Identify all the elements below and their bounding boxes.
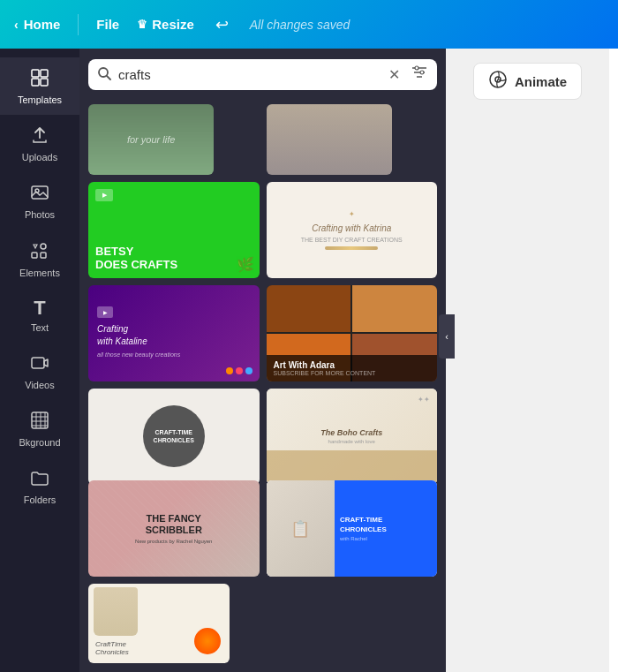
card-overlay: Art With Adara SUBSCRIBE FOR MORE CONTEN… xyxy=(267,355,438,381)
animate-button[interactable]: Animate xyxy=(473,63,582,100)
card-text-container: The Boho Crafts handmade with love xyxy=(320,428,382,444)
svg-point-22 xyxy=(415,66,418,70)
topbar: ‹ Home File ♛ Resize ↩ All changes saved xyxy=(0,0,618,49)
home-button[interactable]: ‹ Home xyxy=(14,17,60,32)
sidebar-item-elements[interactable]: Elements xyxy=(0,230,79,288)
resize-label: Resize xyxy=(152,17,194,32)
videos-icon xyxy=(30,353,49,375)
elements-icon xyxy=(29,241,50,263)
card-decoration-bar xyxy=(325,246,378,250)
decoration: ✦✦ xyxy=(418,396,430,404)
sidebar-item-templates[interactable]: Templates xyxy=(0,57,79,115)
sidebar-item-text[interactable]: T Text xyxy=(0,288,79,343)
svg-line-18 xyxy=(107,76,110,79)
templates-grid: for your life BETSYDOES CRAFTS 🌿 ✦ Craft… xyxy=(79,99,446,672)
sidebar-elements-label: Elements xyxy=(19,268,60,279)
crown-icon: ♛ xyxy=(137,18,147,31)
saved-status: All changes saved xyxy=(250,18,350,32)
background-icon xyxy=(30,411,49,433)
panel-toggle-button[interactable]: ‹ xyxy=(439,314,455,359)
svg-rect-0 xyxy=(32,70,39,77)
card-title: CraftTimeChronicles xyxy=(95,640,129,656)
card-decoration xyxy=(267,450,438,484)
filter-button[interactable] xyxy=(411,64,428,85)
folders-icon xyxy=(30,468,49,490)
card-image xyxy=(267,285,351,332)
svg-rect-4 xyxy=(32,186,48,199)
sidebar-templates-label: Templates xyxy=(18,94,62,106)
svg-point-23 xyxy=(420,71,424,74)
svg-rect-3 xyxy=(41,79,48,86)
text-icon: T xyxy=(34,298,45,318)
sidebar-uploads-label: Uploads xyxy=(22,152,57,163)
file-label: File xyxy=(96,17,119,32)
clear-search-button[interactable]: ✕ xyxy=(388,66,400,83)
search-container: ✕ xyxy=(88,59,437,90)
card-subtitle: with Rachel xyxy=(340,536,367,541)
card-decoration-flower xyxy=(194,628,221,654)
sidebar-videos-label: Videos xyxy=(25,380,54,391)
card-decoration: ✦ xyxy=(349,210,355,218)
card-image-left: 📋 xyxy=(267,480,335,577)
template-card[interactable]: 📋 CRAFT-TIMECHRONICLES with Rachel xyxy=(267,480,438,577)
sidebar-folders-label: Folders xyxy=(24,495,57,506)
card-title: Crafting with Katrina xyxy=(312,223,391,233)
svg-rect-1 xyxy=(41,70,48,77)
uploads-icon xyxy=(30,125,49,147)
card-image xyxy=(352,285,437,332)
template-card[interactable]: Art With Adara SUBSCRIBE FOR MORE CONTEN… xyxy=(267,285,438,381)
sidebar: Templates Uploads Photos xyxy=(0,49,79,672)
sidebar-item-photos[interactable]: Photos xyxy=(0,172,79,230)
card-circle: CRAFT-TIMECHRONICLES xyxy=(143,405,205,467)
file-menu[interactable]: File xyxy=(96,17,119,32)
card-dots xyxy=(226,367,252,374)
card-title: BETSYDOES CRAFTS xyxy=(95,245,177,271)
sidebar-photos-label: Photos xyxy=(25,209,55,221)
card-subtitle: THE BEST DIY CRAFT CREATIONS xyxy=(301,237,403,243)
main-area: Templates Uploads Photos xyxy=(0,49,618,672)
card-title: The Boho Crafts xyxy=(320,428,382,437)
video-badge xyxy=(95,189,113,201)
templates-panel: ✕ for your life xyxy=(79,49,446,672)
photos-icon xyxy=(30,183,49,205)
resize-menu[interactable]: ♛ Resize xyxy=(137,17,194,32)
undo-button[interactable]: ↩ xyxy=(215,15,229,34)
template-card[interactable]: CRAFT-TIMECHRONICLES xyxy=(88,389,260,485)
card-subtitle: handmade with love xyxy=(320,439,382,444)
topbar-divider xyxy=(78,14,79,35)
templates-icon xyxy=(30,68,49,90)
template-card[interactable]: The Boho Crafts handmade with love ✦✦ xyxy=(267,389,438,485)
search-input[interactable] xyxy=(118,67,381,82)
sidebar-bkground-label: Bkground xyxy=(19,437,60,449)
card-title: Craftingwith Katalineall those new beaut… xyxy=(97,323,180,360)
chevron-left-icon: ‹ xyxy=(14,18,19,32)
sidebar-item-background[interactable]: Bkground xyxy=(0,400,79,457)
home-label: Home xyxy=(24,17,61,32)
svg-rect-8 xyxy=(41,253,46,258)
animate-icon xyxy=(488,70,508,94)
sidebar-item-videos[interactable]: Videos xyxy=(0,343,79,400)
template-card[interactable]: CraftTimeChronicles xyxy=(88,584,230,663)
svg-rect-9 xyxy=(32,358,44,368)
sidebar-item-folders[interactable]: Folders xyxy=(0,457,79,515)
card-title: CRAFT-TIMECHRONICLES xyxy=(340,516,387,534)
template-card[interactable]: Craftingwith Katalineall those new beaut… xyxy=(88,285,260,381)
svg-rect-7 xyxy=(32,253,37,258)
card-title: CRAFT-TIMECHRONICLES xyxy=(154,428,194,444)
search-bar: ✕ xyxy=(79,49,446,99)
template-card[interactable]: for your life xyxy=(88,104,214,175)
card-title: Art With Adara xyxy=(274,360,431,370)
card-bg-pattern xyxy=(88,480,260,577)
card-decoration-jar xyxy=(94,587,138,636)
template-card[interactable]: ✦ Crafting with Katrina THE BEST DIY CRA… xyxy=(267,182,438,278)
video-badge xyxy=(97,306,113,318)
sidebar-text-label: Text xyxy=(31,322,49,334)
card-subtitle: SUBSCRIBE FOR MORE CONTENT xyxy=(274,370,431,376)
sidebar-item-uploads[interactable]: Uploads xyxy=(0,115,79,172)
template-card[interactable] xyxy=(267,104,392,175)
template-card[interactable]: BETSYDOES CRAFTS 🌿 xyxy=(88,182,260,278)
decoration: 🌿 xyxy=(237,256,254,273)
animate-label: Animate xyxy=(515,74,567,89)
template-card[interactable]: THE FANCYSCRIBBLER New products by Rache… xyxy=(88,480,260,577)
svg-point-6 xyxy=(41,244,46,249)
